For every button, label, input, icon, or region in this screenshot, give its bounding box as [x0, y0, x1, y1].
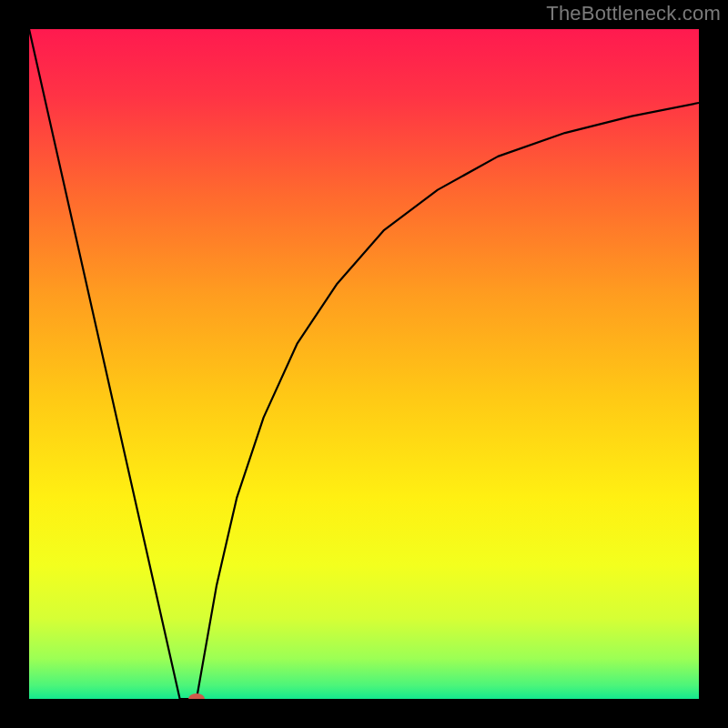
plot-area	[29, 29, 699, 699]
chart-frame: TheBottleneck.com	[0, 0, 728, 728]
curve-layer	[29, 29, 699, 699]
optimal-point-marker	[188, 693, 205, 699]
watermark-text: TheBottleneck.com	[546, 2, 721, 25]
bottleneck-curve	[29, 29, 699, 699]
